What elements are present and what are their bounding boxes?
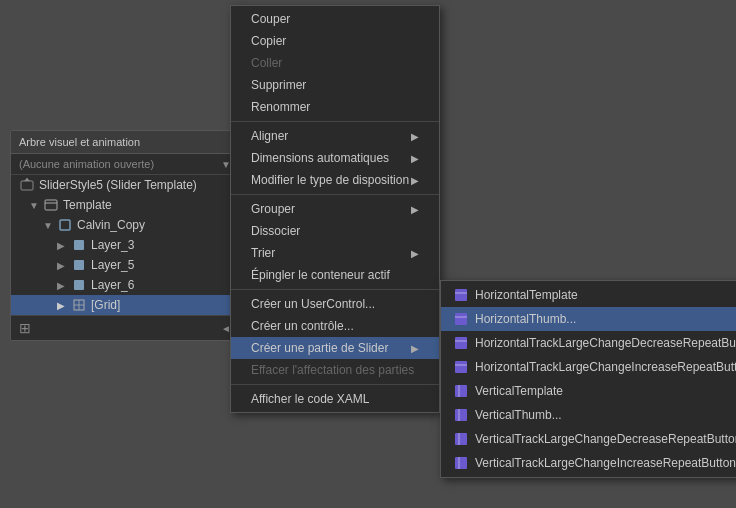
sep1 <box>231 121 439 122</box>
expand-arrow-template[interactable]: ▼ <box>29 200 39 211</box>
submenu-arrow-slider: ▶ <box>411 343 419 354</box>
layer6-icon <box>71 277 87 293</box>
grid-icon <box>71 297 87 313</box>
submenu-arrow-grouper: ▶ <box>411 204 419 215</box>
svg-rect-14 <box>455 313 467 325</box>
expand-arrow-layer3[interactable]: ▶ <box>57 240 67 251</box>
submenu-arrow-dimensions: ▶ <box>411 153 419 164</box>
expand-arrow-layer6[interactable]: ▶ <box>57 280 67 291</box>
submenu-arrow-aligner: ▶ <box>411 131 419 142</box>
sep4 <box>231 384 439 385</box>
submenu-vertical-template[interactable]: VerticalTemplate <box>441 379 736 403</box>
menu-epingler[interactable]: Épingler le conteneur actif <box>231 264 439 286</box>
animation-status: (Aucune animation ouverte) <box>19 158 154 170</box>
template-icon <box>43 197 59 213</box>
menu-dimensions[interactable]: Dimensions automatiques ▶ <box>231 147 439 169</box>
panel-footer: ⊞ ◄ <box>11 315 239 340</box>
panel-header: Arbre visuel et animation <box>11 131 239 154</box>
layer6-label: Layer_6 <box>91 278 134 292</box>
part-icon-h-decrease <box>453 335 469 351</box>
submenu-vertical-increase[interactable]: VerticalTrackLargeChangeIncreaseRepeatBu… <box>441 451 736 475</box>
menu-creer-partie-slider[interactable]: Créer une partie de Slider ▶ <box>231 337 439 359</box>
svg-rect-0 <box>21 181 33 190</box>
svg-rect-3 <box>45 200 57 210</box>
root-upload-icon <box>19 177 35 193</box>
part-icon-v-increase <box>453 455 469 471</box>
template-label: Template <box>63 198 112 212</box>
layer5-label: Layer_5 <box>91 258 134 272</box>
panel-subheader: (Aucune animation ouverte) ▼ <box>11 154 239 175</box>
submenu-horizontal-increase[interactable]: HorizontalTrackLargeChangeIncreaseRepeat… <box>441 355 736 379</box>
submenu-arrow-modifier: ▶ <box>411 175 419 186</box>
submenu-vertical-thumb[interactable]: VerticalThumb... <box>441 403 736 427</box>
part-icon-h-increase <box>453 359 469 375</box>
layer5-icon <box>71 257 87 273</box>
submenu-vertical-decrease[interactable]: VerticalTrackLargeChangeDecreaseRepeatBu… <box>441 427 736 451</box>
svg-rect-20 <box>455 385 467 397</box>
submenu-horizontal-decrease[interactable]: HorizontalTrackLargeChangeDecreaseRepeat… <box>441 331 736 355</box>
expand-arrow-grid[interactable]: ▶ <box>57 300 67 311</box>
tree-item-template[interactable]: ▼ Template <box>11 195 239 215</box>
tree-item-grid[interactable]: ▶ [Grid] <box>11 295 239 315</box>
menu-supprimer[interactable]: Supprimer <box>231 74 439 96</box>
tree-item-layer3[interactable]: ▶ Layer_3 <box>11 235 239 255</box>
menu-dissocier[interactable]: Dissocier <box>231 220 439 242</box>
menu-grouper[interactable]: Grouper ▶ <box>231 198 439 220</box>
svg-rect-7 <box>74 260 84 270</box>
sep3 <box>231 289 439 290</box>
svg-marker-2 <box>24 178 30 181</box>
calvin-icon <box>57 217 73 233</box>
svg-rect-16 <box>455 337 467 349</box>
part-icon-v-template <box>453 383 469 399</box>
svg-rect-22 <box>455 409 467 421</box>
part-icon-v-decrease <box>453 431 469 447</box>
tree-item-layer5[interactable]: ▶ Layer_5 <box>11 255 239 275</box>
layer3-label: Layer_3 <box>91 238 134 252</box>
tree-item-layer6[interactable]: ▶ Layer_6 <box>11 275 239 295</box>
visual-tree-panel: Arbre visuel et animation (Aucune animat… <box>10 130 240 341</box>
menu-couper[interactable]: Couper <box>231 8 439 30</box>
sep2 <box>231 194 439 195</box>
menu-modifier-type[interactable]: Modifier le type de disposition ▶ <box>231 169 439 191</box>
menu-creer-usercontrol[interactable]: Créer un UserControl... <box>231 293 439 315</box>
part-icon-h-template <box>453 287 469 303</box>
menu-trier[interactable]: Trier ▶ <box>231 242 439 264</box>
submenu-horizontal-thumb[interactable]: HorizontalThumb... <box>441 307 736 331</box>
menu-afficher-xaml[interactable]: Afficher le code XAML <box>231 388 439 410</box>
layer3-icon <box>71 237 87 253</box>
svg-rect-26 <box>455 457 467 469</box>
expand-arrow-calvin[interactable]: ▼ <box>43 220 53 231</box>
panel-title: Arbre visuel et animation <box>19 136 140 148</box>
svg-rect-24 <box>455 433 467 445</box>
menu-coller: Coller <box>231 52 439 74</box>
root-item-label: SliderStyle5 (Slider Template) <box>39 178 197 192</box>
menu-creer-controle[interactable]: Créer un contrôle... <box>231 315 439 337</box>
menu-effacer-affectation: Effacer l'affectation des parties <box>231 359 439 381</box>
svg-rect-5 <box>60 220 70 230</box>
svg-rect-8 <box>74 280 84 290</box>
calvin-label: Calvin_Copy <box>77 218 145 232</box>
menu-renommer[interactable]: Renommer <box>231 96 439 118</box>
svg-rect-6 <box>74 240 84 250</box>
submenu-horizontal-template[interactable]: HorizontalTemplate <box>441 283 736 307</box>
grid-label: [Grid] <box>91 298 120 312</box>
context-menu: Couper Copier Coller Supprimer Renommer … <box>230 5 440 413</box>
tree-item-calvin[interactable]: ▼ Calvin_Copy <box>11 215 239 235</box>
svg-rect-18 <box>455 361 467 373</box>
menu-aligner[interactable]: Aligner ▶ <box>231 125 439 147</box>
expand-arrow-layer5[interactable]: ▶ <box>57 260 67 271</box>
svg-rect-12 <box>455 289 467 301</box>
slider-parts-submenu: HorizontalTemplate HorizontalThumb... Ho… <box>440 280 736 478</box>
footer-icon: ⊞ <box>19 320 31 336</box>
submenu-arrow-trier: ▶ <box>411 248 419 259</box>
part-icon-v-thumb <box>453 407 469 423</box>
menu-copier[interactable]: Copier <box>231 30 439 52</box>
part-icon-h-thumb <box>453 311 469 327</box>
tree-root-item[interactable]: SliderStyle5 (Slider Template) <box>11 175 239 195</box>
